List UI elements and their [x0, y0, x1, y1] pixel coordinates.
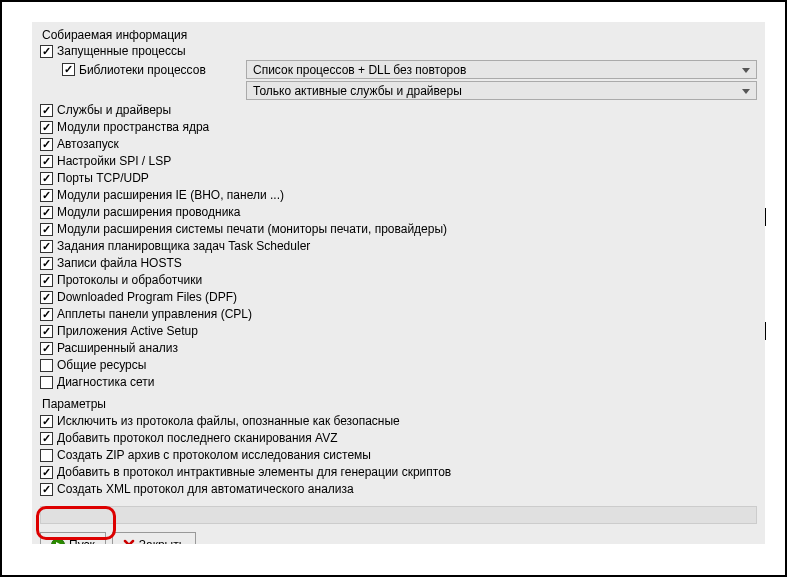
info-item-row: Настройки SPI / LSP: [40, 153, 757, 170]
info-item-row: Службы и драйверы: [40, 102, 757, 119]
info-item-row: Автозапуск: [40, 136, 757, 153]
info-item-row: Задания планировщика задач Task Schedule…: [40, 238, 757, 255]
info-item-label-15: Общие ресурсы: [57, 357, 146, 374]
info-item-checkbox-12[interactable]: [40, 308, 53, 321]
combo-process-list[interactable]: Список процессов + DLL без повторов: [246, 60, 757, 79]
info-item-label-9: Записи файла HOSTS: [57, 255, 182, 272]
info-item-checkbox-6[interactable]: [40, 206, 53, 219]
param-item-row: Добавить в протокол интрактивные элемент…: [40, 464, 757, 481]
combo-process-list-value: Список процессов + DLL без повторов: [253, 63, 466, 77]
info-item-checkbox-9[interactable]: [40, 257, 53, 270]
info-item-checkbox-4[interactable]: [40, 172, 53, 185]
info-item-checkbox-1[interactable]: [40, 121, 53, 134]
param-item-checkbox-4[interactable]: [40, 483, 53, 496]
info-item-checkbox-0[interactable]: [40, 104, 53, 117]
info-item-checkbox-13[interactable]: [40, 325, 53, 338]
close-button[interactable]: Закрыть: [112, 532, 196, 544]
param-item-label-2: Создать ZIP архив с протоколом исследова…: [57, 447, 371, 464]
separator-bar: [40, 506, 757, 524]
group-collected-info: Собираемая информация Запущенные процесс…: [32, 22, 765, 395]
param-item-label-4: Создать XML протокол для автоматического…: [57, 481, 354, 498]
info-item-row: Модули расширения IE (BHO, панели ...): [40, 187, 757, 204]
info-item-row: Модули расширения проводника: [40, 204, 757, 221]
info-item-checkbox-5[interactable]: [40, 189, 53, 202]
info-item-row: Общие ресурсы: [40, 357, 757, 374]
param-item-checkbox-0[interactable]: [40, 415, 53, 428]
info-item-checkbox-8[interactable]: [40, 240, 53, 253]
info-item-row: Протоколы и обработчики: [40, 272, 757, 289]
info-item-label-2: Автозапуск: [57, 136, 119, 153]
close-button-label: Закрыть: [139, 538, 185, 544]
info-item-label-14: Расширенный анализ: [57, 340, 178, 357]
info-item-row: Модули расширения системы печати (монито…: [40, 221, 757, 238]
info-item-label-11: Downloaded Program Files (DPF): [57, 289, 237, 306]
info-item-checkbox-14[interactable]: [40, 342, 53, 355]
info-item-label-1: Модули пространства ядра: [57, 119, 209, 136]
info-item-label-7: Модули расширения системы печати (монито…: [57, 221, 447, 238]
info-item-row: Записи файла HOSTS: [40, 255, 757, 272]
button-bar: Пуск Закрыть: [32, 528, 765, 544]
info-item-label-16: Диагностика сети: [57, 374, 154, 391]
info-item-label-0: Службы и драйверы: [57, 102, 171, 119]
group-title-parameters: Параметры: [40, 397, 757, 411]
param-item-checkbox-1[interactable]: [40, 432, 53, 445]
info-item-row: Порты TCP/UDP: [40, 170, 757, 187]
info-item-checkbox-16[interactable]: [40, 376, 53, 389]
param-item-row: Создать XML протокол для автоматического…: [40, 481, 757, 498]
info-item-checkbox-11[interactable]: [40, 291, 53, 304]
info-item-label-4: Порты TCP/UDP: [57, 170, 149, 187]
label-process-libs: Библиотеки процессов: [79, 63, 206, 77]
info-item-row: Апплеты панели управления (CPL): [40, 306, 757, 323]
param-item-label-0: Исключить из протокола файлы, опознанные…: [57, 413, 400, 430]
param-item-row: Исключить из протокола файлы, опознанные…: [40, 413, 757, 430]
start-button-label: Пуск: [69, 538, 95, 544]
info-item-row: Диагностика сети: [40, 374, 757, 391]
info-item-checkbox-10[interactable]: [40, 274, 53, 287]
play-icon: [51, 538, 65, 544]
param-item-label-3: Добавить в протокол интрактивные элемент…: [57, 464, 451, 481]
info-item-label-3: Настройки SPI / LSP: [57, 153, 171, 170]
param-item-row: Создать ZIP архив с протоколом исследова…: [40, 447, 757, 464]
combo-services-filter-value: Только активные службы и драйверы: [253, 84, 462, 98]
info-item-row: Приложения Active Setup: [40, 323, 757, 340]
param-item-label-1: Добавить протокол последнего сканировани…: [57, 430, 338, 447]
group-title-collected: Собираемая информация: [40, 28, 757, 42]
info-item-row: Downloaded Program Files (DPF): [40, 289, 757, 306]
info-item-label-8: Задания планировщика задач Task Schedule…: [57, 238, 310, 255]
info-item-row: Модули пространства ядра: [40, 119, 757, 136]
info-item-checkbox-7[interactable]: [40, 223, 53, 236]
info-item-label-10: Протоколы и обработчики: [57, 272, 202, 289]
param-item-checkbox-2[interactable]: [40, 449, 53, 462]
info-item-row: Расширенный анализ: [40, 340, 757, 357]
info-item-label-13: Приложения Active Setup: [57, 323, 198, 340]
info-item-checkbox-2[interactable]: [40, 138, 53, 151]
group-parameters: Параметры Исключить из протокола файлы, …: [32, 395, 765, 502]
param-item-row: Добавить протокол последнего сканировани…: [40, 430, 757, 447]
combo-services-filter[interactable]: Только активные службы и драйверы: [246, 81, 757, 100]
param-item-checkbox-3[interactable]: [40, 466, 53, 479]
checkbox-process-libs[interactable]: [62, 63, 75, 76]
info-item-checkbox-3[interactable]: [40, 155, 53, 168]
info-item-label-6: Модули расширения проводника: [57, 204, 241, 221]
close-icon: [123, 539, 135, 544]
info-item-label-5: Модули расширения IE (BHO, панели ...): [57, 187, 284, 204]
info-item-label-12: Апплеты панели управления (CPL): [57, 306, 252, 323]
info-item-checkbox-15[interactable]: [40, 359, 53, 372]
label-running-processes: Запущенные процессы: [57, 44, 186, 58]
checkbox-running-processes[interactable]: [40, 45, 53, 58]
start-button[interactable]: Пуск: [40, 532, 106, 544]
